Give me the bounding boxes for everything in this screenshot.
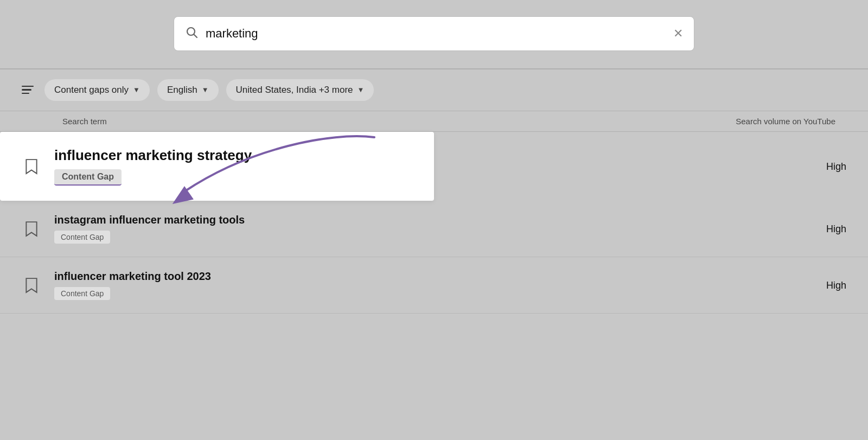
row-title: influencer marketing strategy bbox=[54, 147, 412, 164]
clear-icon[interactable]: ✕ bbox=[673, 27, 683, 41]
table-row: influencer marketing strategy Content Ga… bbox=[0, 132, 434, 201]
language-label: English bbox=[167, 85, 197, 95]
row-volume: High bbox=[826, 161, 846, 172]
content-gap-badge: Content Gap bbox=[54, 231, 110, 244]
content-gaps-label: Content gaps only bbox=[54, 85, 129, 95]
regions-filter[interactable]: United States, India +3 more ▼ bbox=[226, 79, 374, 101]
search-icon bbox=[185, 25, 198, 42]
col-header-term: Search term bbox=[62, 117, 107, 126]
col-header-volume: Search volume on YouTube bbox=[736, 117, 835, 126]
table-row: instagram influencer marketing tools Con… bbox=[0, 201, 868, 257]
regions-chevron-icon: ▼ bbox=[358, 86, 365, 94]
filter-bar: Content gaps only ▼ English ▼ United Sta… bbox=[0, 69, 868, 111]
content-gap-badge: Content Gap bbox=[54, 169, 122, 186]
column-headers: Search term Search volume on YouTube bbox=[0, 111, 868, 132]
bookmark-icon[interactable] bbox=[22, 157, 41, 176]
row-volume: High bbox=[826, 223, 846, 234]
content-gaps-filter[interactable]: Content gaps only ▼ bbox=[44, 79, 150, 101]
bookmark-icon[interactable] bbox=[22, 276, 41, 295]
row-content: instagram influencer marketing tools Con… bbox=[54, 214, 846, 244]
content-gaps-chevron-icon: ▼ bbox=[133, 86, 140, 94]
search-input[interactable] bbox=[206, 27, 673, 41]
results-list: influencer marketing strategy Content Ga… bbox=[0, 132, 868, 314]
search-bar-wrapper: ✕ bbox=[174, 16, 694, 51]
bookmark-icon[interactable] bbox=[22, 219, 41, 239]
table-row: influencer marketing tool 2023 Content G… bbox=[0, 257, 868, 314]
content-gap-badge: Content Gap bbox=[54, 287, 110, 300]
row-content: influencer marketing tool 2023 Content G… bbox=[54, 270, 846, 300]
regions-label: United States, India +3 more bbox=[236, 85, 353, 95]
row-title: influencer marketing tool 2023 bbox=[54, 270, 846, 283]
svg-line-1 bbox=[194, 35, 197, 38]
row-title: instagram influencer marketing tools bbox=[54, 214, 846, 226]
page-wrapper: ✕ Content gaps only ▼ English ▼ United S… bbox=[0, 0, 868, 440]
filter-lines-icon[interactable] bbox=[22, 86, 34, 94]
row-volume: High bbox=[826, 279, 846, 291]
language-chevron-icon: ▼ bbox=[202, 86, 209, 94]
search-bar: ✕ bbox=[174, 16, 694, 51]
language-filter[interactable]: English ▼ bbox=[157, 79, 219, 101]
row-content: influencer marketing strategy Content Ga… bbox=[54, 147, 412, 186]
